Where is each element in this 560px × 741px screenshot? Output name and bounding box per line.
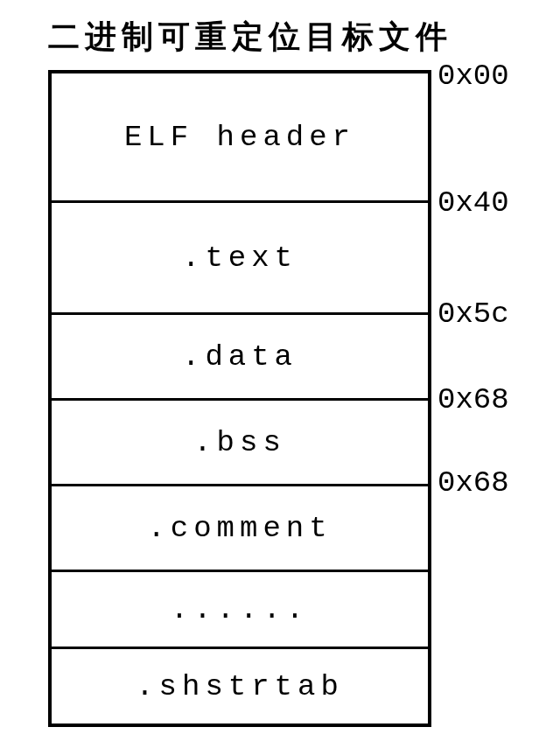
section-data: .data bbox=[52, 315, 428, 401]
offset-label-2: 0x5c bbox=[438, 297, 509, 331]
section-comment: .comment bbox=[52, 486, 428, 572]
section-ellipsis: ...... bbox=[52, 572, 428, 649]
offset-label-1: 0x40 bbox=[438, 186, 509, 220]
elf-layout-table: ELF header .text .data .bss .comment ...… bbox=[48, 70, 431, 727]
section-shstrtab: .shstrtab bbox=[52, 649, 428, 724]
offset-label-4: 0x68 bbox=[438, 466, 509, 500]
section-elf-header: ELF header bbox=[52, 73, 428, 203]
section-text: .text bbox=[52, 203, 428, 315]
offset-label-0: 0x00 bbox=[438, 59, 509, 93]
offset-label-3: 0x68 bbox=[438, 383, 509, 416]
diagram-title: 二进制可重定位目标文件 bbox=[48, 16, 452, 59]
section-bss: .bss bbox=[52, 401, 428, 486]
